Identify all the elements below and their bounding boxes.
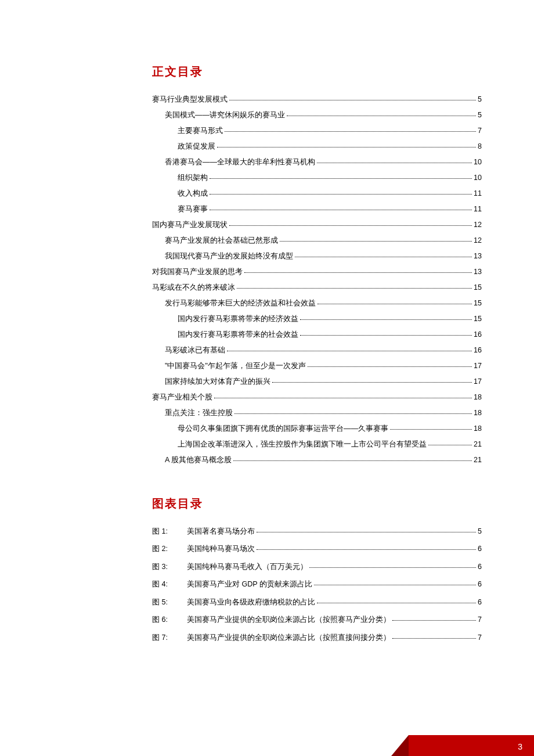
- figure-entry-label: 美国纯种马赛马场次: [187, 545, 255, 553]
- figure-leader-dots: [317, 603, 476, 603]
- toc-heading: 正文目录: [152, 64, 482, 80]
- toc-leader-dots: [210, 178, 472, 179]
- figure-entry-prefix: 图 6:: [152, 616, 187, 624]
- figure-entry[interactable]: 图 6:美国赛马产业提供的全职岗位来源占比（按照赛马产业分类）7: [152, 616, 482, 624]
- toc-entry-label: 发行马彩能够带来巨大的经济效益和社会效益: [165, 300, 316, 307]
- toc-leader-dots: [300, 319, 472, 320]
- toc-entry[interactable]: 赛马产业相关个股18: [152, 394, 482, 401]
- toc-entry[interactable]: 重点关注：强生控股18: [152, 409, 482, 417]
- toc-leader-dots: [225, 131, 476, 132]
- toc-leader-dots: [229, 225, 472, 226]
- figure-entry-page: 6: [478, 581, 482, 588]
- figure-entry[interactable]: 图 4:美国赛马产业对 GDP 的贡献来源占比6: [152, 581, 482, 588]
- figure-entry[interactable]: 图 2:美国纯种马赛马场次6: [152, 545, 482, 553]
- figure-entry-label: 美国赛马产业提供的全职岗位来源占比（按照赛马产业分类）: [187, 616, 391, 624]
- toc-entry[interactable]: 国内发行赛马彩票将带来的社会效益16: [152, 331, 482, 339]
- toc-entry-label: 国家持续加大对体育产业的振兴: [165, 378, 270, 386]
- toc-leader-dots: [390, 429, 472, 430]
- toc-entry-label: 组织架构: [178, 174, 208, 182]
- figure-leader-dots: [392, 620, 476, 621]
- figures-list: 图 1:美国著名赛马场分布5图 2:美国纯种马赛马场次6图 3:美国纯种马赛马毛…: [152, 528, 482, 642]
- toc-entry-page: 15: [474, 315, 482, 323]
- toc-entry-label: 美国模式——讲究休闲娱乐的赛马业: [165, 111, 285, 119]
- toc-entry-page: 8: [478, 143, 482, 150]
- toc-entry-label: 上海国企改革渐进深入，强生控股作为集团旗下唯一上市公司平台有望受益: [178, 441, 427, 448]
- toc-entry[interactable]: 政策促发展8: [152, 143, 482, 150]
- toc-entry[interactable]: 赛马行业典型发展模式5: [152, 96, 482, 103]
- toc-leader-dots: [217, 147, 476, 147]
- toc-entry-label: 赛马产业发展的社会基础已然形成: [165, 237, 278, 244]
- toc-leader-dots: [233, 460, 472, 461]
- toc-entry[interactable]: 上海国企改革渐进深入，强生控股作为集团旗下唯一上市公司平台有望受益21: [152, 441, 482, 448]
- toc-entry-label: 对我国赛马产业发展的思考: [152, 268, 243, 276]
- figure-leader-dots: [314, 585, 476, 585]
- toc-entry[interactable]: 美国模式——讲究休闲娱乐的赛马业5: [152, 111, 482, 119]
- page-number: 3: [518, 742, 522, 751]
- toc-leader-dots: [234, 413, 472, 414]
- toc-leader-dots: [317, 304, 472, 304]
- footer-banner: 3: [391, 735, 534, 756]
- toc-entry[interactable]: 赛马产业发展的社会基础已然形成12: [152, 237, 482, 244]
- toc-entry[interactable]: 赛马赛事11: [152, 206, 482, 213]
- toc-entry[interactable]: 母公司久事集团旗下拥有优质的国际赛事运营平台——久事赛事18: [152, 425, 482, 433]
- toc-entry-label: 主要赛马形式: [178, 127, 223, 135]
- toc-entry-page: 5: [478, 111, 482, 119]
- figure-entry-page: 6: [478, 563, 482, 571]
- toc-entry-label: 国内发行赛马彩票将带来的经济效益: [178, 315, 298, 323]
- toc-entry[interactable]: 国内赛马产业发展现状12: [152, 221, 482, 229]
- figure-entry[interactable]: 图 1:美国著名赛马场分布5: [152, 528, 482, 535]
- toc-entry[interactable]: 香港赛马会——全球最大的非牟利性赛马机构10: [152, 159, 482, 166]
- toc-entry-label: 赛马赛事: [178, 206, 208, 213]
- toc-entry[interactable]: A 股其他赛马概念股21: [152, 456, 482, 464]
- figure-entry[interactable]: 图 7:美国赛马产业提供的全职岗位来源占比（按照直接间接分类）7: [152, 634, 482, 642]
- toc-entry-page: 15: [474, 300, 482, 307]
- toc-leader-dots: [244, 272, 472, 273]
- toc-entry[interactable]: 国家持续加大对体育产业的振兴17: [152, 378, 482, 386]
- figures-list-section: 图表目录 图 1:美国著名赛马场分布5图 2:美国纯种马赛马场次6图 3:美国纯…: [152, 496, 482, 642]
- figure-leader-dots: [309, 567, 476, 568]
- toc-leader-dots: [227, 351, 472, 351]
- figure-entry-prefix: 图 7:: [152, 634, 187, 642]
- figure-entry[interactable]: 图 5:美国赛马业向各级政府缴纳税款的占比6: [152, 599, 482, 606]
- toc-entry-label: 国内赛马产业发展现状: [152, 221, 228, 229]
- figure-entry-page: 7: [478, 634, 482, 642]
- toc-entry-page: 12: [474, 221, 482, 229]
- toc-entry[interactable]: 我国现代赛马产业的发展始终没有成型13: [152, 253, 482, 260]
- toc-entry-label: 马彩破冰已有基础: [165, 347, 225, 354]
- toc-entry-page: 18: [474, 409, 482, 417]
- figure-entry-prefix: 图 3:: [152, 563, 187, 571]
- toc-entry-page: 11: [474, 206, 482, 213]
- toc-entry[interactable]: 收入构成11: [152, 190, 482, 197]
- toc-entry-page: 18: [474, 394, 482, 401]
- toc-entry-label: 赛马行业典型发展模式: [152, 96, 228, 103]
- toc-entry[interactable]: 组织架构10: [152, 174, 482, 182]
- toc-list: 赛马行业典型发展模式5美国模式——讲究休闲娱乐的赛马业5主要赛马形式7政策促发展…: [152, 96, 482, 464]
- toc-entry-label: 香港赛马会——全球最大的非牟利性赛马机构: [165, 159, 315, 166]
- figure-leader-dots: [257, 549, 476, 550]
- toc-leader-dots: [272, 382, 472, 383]
- footer-triangle-decoration: [391, 735, 409, 756]
- toc-leader-dots: [237, 288, 472, 289]
- toc-leader-dots: [300, 335, 472, 336]
- toc-entry[interactable]: "中国赛马会"乍起乍落，但至少是一次发声17: [152, 362, 482, 370]
- toc-leader-dots: [214, 398, 472, 398]
- toc-entry[interactable]: 对我国赛马产业发展的思考13: [152, 268, 482, 276]
- figure-entry-label: 美国赛马产业对 GDP 的贡献来源占比: [187, 581, 312, 588]
- toc-leader-dots: [280, 241, 472, 242]
- toc-entry-page: 7: [478, 127, 482, 135]
- toc-entry[interactable]: 马彩破冰已有基础16: [152, 347, 482, 354]
- toc-entry[interactable]: 马彩或在不久的将来破冰15: [152, 284, 482, 291]
- figure-entry[interactable]: 图 3:美国纯种马赛马毛收入（百万美元）6: [152, 563, 482, 571]
- toc-entry-page: 15: [474, 284, 482, 291]
- toc-entry-label: 赛马产业相关个股: [152, 394, 212, 401]
- figure-entry-label: 美国赛马产业提供的全职岗位来源占比（按照直接间接分类）: [187, 634, 391, 642]
- toc-entry[interactable]: 发行马彩能够带来巨大的经济效益和社会效益15: [152, 300, 482, 307]
- toc-entry-page: 16: [474, 347, 482, 354]
- toc-entry-page: 21: [474, 441, 482, 448]
- toc-entry[interactable]: 主要赛马形式7: [152, 127, 482, 135]
- figure-entry-page: 5: [478, 528, 482, 535]
- toc-entry[interactable]: 国内发行赛马彩票将带来的经济效益15: [152, 315, 482, 323]
- toc-entry-label: 重点关注：强生控股: [165, 409, 233, 417]
- toc-leader-dots: [210, 210, 472, 210]
- figure-entry-prefix: 图 4:: [152, 581, 187, 588]
